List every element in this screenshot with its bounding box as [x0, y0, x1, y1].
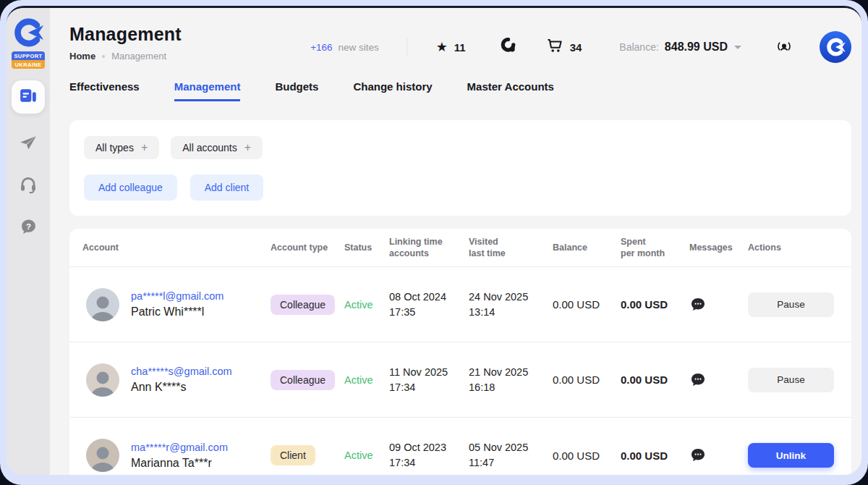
tab-bar: Effectiveness Management Budgets Change … [69, 80, 861, 101]
support-badge-line1: SUPPORT [12, 51, 45, 60]
table-header-row: Account Account type Status Linking time… [69, 229, 851, 267]
new-sites-count: +166 [310, 42, 332, 53]
account-identity: pa*****l@gmail.com Patric Whi****l [131, 290, 224, 319]
col-account: Account [82, 242, 271, 253]
sidebar-item-news[interactable] [12, 80, 45, 114]
cart-stat[interactable]: 34 [546, 37, 582, 57]
linking-time-cell: 09 Oct 202317:34 [389, 440, 469, 471]
balance-cell: 0.00 USD [553, 374, 621, 386]
sidebar-item-support[interactable] [17, 174, 40, 198]
filter-all-accounts-label: All accounts [182, 142, 237, 153]
account-email[interactable]: cha*****s@gmail.com [131, 366, 232, 377]
col-balance: Balance [553, 242, 621, 253]
balance-cell: 0.00 USD [553, 298, 621, 311]
account-type-badge: Client [271, 445, 315, 465]
topbar-right: +166 new sites ★ 11 [310, 31, 851, 63]
support-ukraine-badge[interactable]: SUPPORT UKRAINE [12, 51, 45, 69]
col-messages: Messages [689, 242, 748, 253]
avatar [86, 288, 119, 321]
status-badge: Active [344, 299, 389, 311]
table-row: pa*****l@gmail.com Patric Whi****l Colle… [69, 267, 851, 342]
favorites-stat[interactable]: ★ 11 [436, 41, 466, 54]
col-spent: Spentper month [621, 236, 689, 259]
tab-change-history[interactable]: Change history [353, 80, 432, 101]
new-sites-link[interactable]: +166 new sites [310, 42, 378, 53]
message-icon[interactable] [689, 447, 707, 464]
main-content: Management Home Management +166 new site… [50, 8, 861, 475]
account-identity: cha*****s@gmail.com Ann K****s [131, 366, 232, 394]
user-avatar[interactable] [820, 31, 851, 63]
chevron-down-icon [734, 46, 741, 49]
title-block: Management Home Management [69, 24, 182, 62]
account-identity: ma*****r@gmail.com Marianna Ta***r [131, 442, 228, 470]
support-badge-line2: UKRAINE [12, 60, 45, 69]
spent-cell: 0.00 USD [621, 374, 689, 386]
cart-icon [546, 37, 563, 57]
headset-icon [19, 175, 38, 197]
help-glyph: ? [26, 222, 31, 230]
news-icon [19, 86, 38, 108]
account-name: Patric Whi****l [131, 305, 224, 319]
star-icon: ★ [436, 41, 448, 54]
breadcrumb-separator [102, 55, 105, 58]
account-name: Ann K****s [131, 381, 232, 394]
tab-management[interactable]: Management [174, 80, 241, 101]
status-badge: Active [344, 374, 389, 386]
plus-icon: + [244, 141, 251, 154]
visited-time-cell: 05 Nov 202511:47 [469, 440, 553, 471]
account-name: Marianna Ta***r [131, 457, 228, 470]
topbar-divider [407, 38, 407, 56]
pause-button[interactable]: Pause [748, 368, 834, 392]
pause-button[interactable]: Pause [748, 292, 834, 317]
breadcrumb-home[interactable]: Home [69, 51, 95, 62]
chat-bubble-icon [501, 38, 517, 57]
add-colleague-button[interactable]: Add colleague [84, 174, 177, 201]
add-client-button[interactable]: Add client [190, 174, 263, 201]
favorites-count: 11 [454, 41, 466, 54]
status-badge: Active [344, 450, 389, 461]
account-cell: cha*****s@gmail.com Ann K****s [82, 363, 271, 397]
linking-time-cell: 08 Oct 202417:35 [389, 290, 469, 320]
sidebar-item-telegram[interactable] [17, 132, 40, 156]
plus-icon: + [141, 141, 148, 154]
avatar [86, 439, 119, 472]
message-icon[interactable] [689, 371, 707, 389]
balance-cell: 0.00 USD [553, 450, 621, 462]
account-email[interactable]: ma*****r@gmail.com [131, 442, 228, 453]
visited-time-cell: 21 Nov 202516:18 [469, 365, 553, 395]
col-status: Status [344, 242, 389, 253]
visited-time-cell: 24 Nov 202513:14 [469, 290, 553, 320]
filter-all-types[interactable]: All types + [84, 136, 159, 159]
help-bubble-icon: ? [20, 218, 38, 239]
table-row: cha*****s@gmail.com Ann K****s Colleague… [69, 342, 851, 418]
account-type-badge: Colleague [271, 295, 335, 315]
tab-budgets[interactable]: Budgets [275, 80, 318, 101]
sidebar-item-help[interactable]: ? [17, 216, 40, 240]
account-cell: pa*****l@gmail.com Patric Whi****l [82, 288, 271, 321]
sidebar-nav: ? [12, 80, 45, 240]
spent-cell: 0.00 USD [621, 298, 689, 311]
unlink-button[interactable]: Unlink [748, 443, 834, 468]
col-linking-time: Linking timeaccounts [389, 236, 469, 259]
paper-plane-icon [19, 133, 38, 155]
message-icon[interactable] [689, 296, 707, 313]
table-row: ma*****r@gmail.com Marianna Ta***r Clien… [69, 418, 851, 475]
accounts-table: Account Account type Status Linking time… [69, 229, 851, 475]
balance-widget[interactable]: Balance: 848.99 USD [619, 41, 741, 54]
brand-logo-icon[interactable] [12, 17, 44, 48]
breadcrumb-current: Management [111, 51, 166, 62]
account-email[interactable]: pa*****l@gmail.com [131, 290, 224, 302]
account-type-badge: Colleague [271, 370, 335, 390]
account-cell: ma*****r@gmail.com Marianna Ta***r [82, 439, 271, 472]
filter-chip-row: All types + All accounts + [84, 136, 837, 159]
notification-icon[interactable] [776, 39, 792, 55]
spent-cell: 0.00 USD [621, 450, 689, 462]
chat-stat[interactable] [501, 38, 517, 57]
app-window: SUPPORT UKRAINE [7, 6, 861, 475]
tab-master-accounts[interactable]: Master Accounts [467, 80, 554, 101]
col-visited: Visitedlast time [469, 236, 553, 259]
balance-value: 848.99 USD [665, 41, 728, 54]
filter-all-accounts[interactable]: All accounts + [171, 136, 263, 159]
breadcrumb: Home Management [69, 51, 182, 62]
tab-effectiveness[interactable]: Effectiveness [69, 80, 140, 101]
